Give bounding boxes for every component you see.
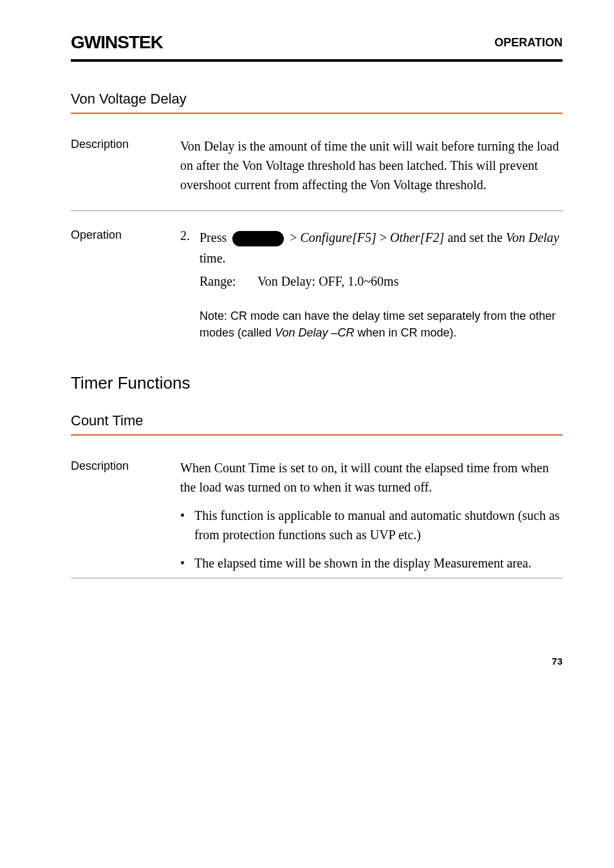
step-number: 2. [180,227,200,341]
operation-label: Operation [71,227,180,341]
page-number: 73 [71,656,563,667]
description-row: Description Von Delay is the amount of t… [71,136,563,194]
page-header: GWINSTEK OPERATION [71,32,563,62]
description-text: Von Delay is the amount of time the unit… [180,136,563,194]
von-delay-text: Von Delay [506,230,559,245]
button-icon [232,231,284,246]
von-voltage-delay-section: Von Voltage Delay Description Von Delay … [71,91,563,341]
note-italic: Von Delay –CR [275,326,357,339]
range-label: Range: [200,271,257,291]
gt-2: > [380,230,390,245]
divider [71,434,563,436]
description-text: When Count Time is set to on, it will co… [180,458,563,497]
description-label: Description [71,136,180,194]
note-suffix: when in CR mode). [357,326,456,339]
press-text: Press [200,230,227,245]
bullet-text: The elapsed time will be shown in the di… [194,553,563,573]
count-time-section: Count Time Description When Count Time i… [71,412,563,578]
path-configure: Configure[F5] [301,230,377,245]
divider [71,113,563,114]
time-text: time. [200,251,226,265]
bullet-row: • This function is applicable to manual … [180,506,563,544]
gt-1: > [290,230,300,245]
range-row: Range: Von Delay: OFF, 1.0~60ms [200,271,563,291]
path-other: Other[F2] [390,230,444,245]
section-heading: Von Voltage Delay [71,91,563,107]
operation-row: Operation 2. Press > Configure[F5] > Oth… [71,227,563,341]
brand-logo: GWINSTEK [71,32,163,53]
note-text: Note: CR mode can have the delay time se… [200,308,563,341]
range-value: Von Delay: OFF, 1.0~60ms [257,271,398,291]
description-label: Description [71,458,180,573]
timer-functions-heading: Timer Functions [71,373,563,393]
divider [71,578,563,578]
description-content: When Count Time is set to on, it will co… [180,458,563,573]
operation-content: Press > Configure[F5] > Other[F2] and se… [200,227,563,341]
description-row: Description When Count Time is set to on… [71,458,563,573]
and-text: and set the [447,230,506,245]
section-heading: Count Time [71,412,563,429]
bullet-row: • The elapsed time will be shown in the … [180,553,563,573]
divider [71,210,563,211]
bullet-icon: • [180,506,194,544]
bullet-text: This function is applicable to manual an… [194,506,563,544]
bullet-icon: • [180,553,194,573]
section-label: OPERATION [494,36,563,50]
